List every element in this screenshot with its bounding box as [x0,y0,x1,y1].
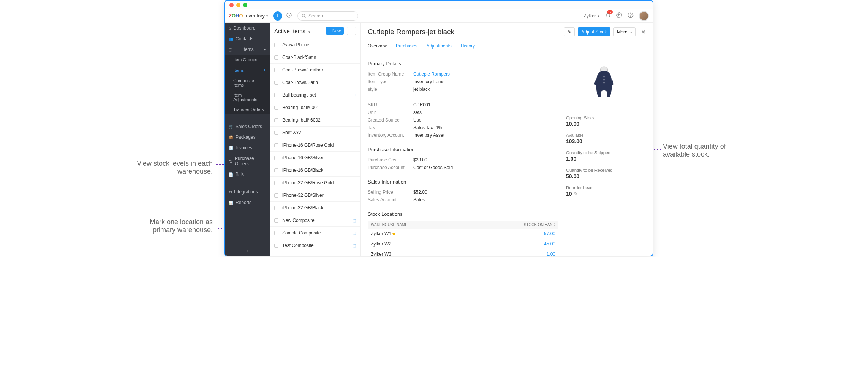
table-row[interactable]: Zylker W31.00 [368,249,558,256]
sidebar-item-purchase-orders[interactable]: 🛍Purchase Orders [225,153,270,169]
item-image[interactable] [566,59,642,108]
sidebar-item-packages[interactable]: 📦Packages [225,132,270,142]
list-item[interactable]: Avaya Phone [270,39,360,51]
checkbox[interactable] [274,156,278,160]
detail-key: style [368,87,413,92]
list-item[interactable]: Coat-Brown/Leather [270,64,360,76]
add-button[interactable]: + [273,11,282,21]
avatar[interactable] [639,11,649,21]
detail-value: Cost of Goods Sold [413,165,453,170]
sidebar-item-items[interactable]: ▢Items▾ [225,44,270,55]
logo[interactable]: ZOHO Inventory ▾ [229,13,269,19]
tab-overview[interactable]: Overview [368,41,387,52]
list-title[interactable]: Active Items ▾ [274,28,310,34]
sidebar-item-bills[interactable]: 📄Bills [225,169,270,180]
window-minimize-icon[interactable] [236,3,240,7]
search-input[interactable]: Search [297,11,358,21]
list-item[interactable]: New Composite⬚ [270,214,360,227]
help-icon[interactable] [628,12,634,19]
sidebar-item-composite-items[interactable]: Composite Items [225,76,270,90]
list-item[interactable]: iPhone-32 GB/Black [270,202,360,214]
checkbox[interactable] [274,218,278,223]
list-item[interactable]: iPhone-16 GB/Black [270,164,360,177]
sidebar-item-sales-orders[interactable]: 🛒Sales Orders [225,121,270,132]
list-options-icon[interactable]: ≡ [347,27,356,35]
checkbox[interactable] [274,131,278,135]
list-item[interactable]: Test Composite⬚ [270,239,360,252]
history-icon[interactable] [286,12,292,19]
list-item[interactable]: Coat-Brown/Satin [270,76,360,89]
sidebar-item-contacts[interactable]: 👥Contacts [225,33,270,44]
list-item[interactable]: Ball bearings set⬚ [270,89,360,101]
checkbox[interactable] [274,143,278,147]
checkbox[interactable] [274,181,278,185]
list-item[interactable]: iPhone-16 GB/Silver [270,152,360,164]
sidebar-item-label: Contacts [236,36,253,41]
new-item-button[interactable]: + New [326,27,344,35]
checkbox[interactable] [274,244,278,248]
list-item[interactable]: iPhone-16 GB/Rose Gold [270,139,360,152]
stat-reorder-level: Reorder Level10 ✎ [566,185,646,197]
list-item[interactable]: Bearing- ball/ 6002 [270,114,360,127]
list-item[interactable]: Sample Composite⬚ [270,227,360,239]
list-item[interactable]: Shirt XYZ [270,127,360,139]
checkbox[interactable] [274,118,278,122]
checkbox[interactable] [274,106,278,110]
close-icon[interactable]: ✕ [641,28,646,36]
gear-icon[interactable] [616,12,622,19]
list-item[interactable]: Phone kit⬚ [270,252,360,256]
chevron-down-icon: ▾ [264,47,266,51]
nav-icon: 👥 [229,37,233,41]
nav-icon: 📊 [229,201,233,205]
list-item[interactable]: iPhone-32 GB/Rose Gold [270,177,360,189]
sidebar-collapse-icon[interactable]: ‹ [225,248,270,253]
sidebar-item-item-groups[interactable]: Item Groups [225,55,270,65]
checkbox[interactable] [274,68,278,72]
checkbox[interactable] [274,231,278,235]
edit-icon[interactable]: ✎ [572,191,578,197]
tab-purchases[interactable]: Purchases [396,41,417,52]
checkbox[interactable] [274,168,278,172]
nav-icon: 📄 [229,172,233,177]
more-button[interactable]: More ▾ [613,27,636,36]
annotation-primary-warehouse: Mark one location as primary warehouse. [137,218,213,234]
table-row[interactable]: Zylker W1★57.00 [368,229,558,239]
edit-button[interactable]: ✎ [564,27,575,36]
checkbox[interactable] [274,93,278,97]
add-icon[interactable]: + [263,67,266,73]
composite-icon: ⬚ [352,93,356,98]
sidebar-item-integrations[interactable]: ⟲Integrations [225,187,270,197]
list-item[interactable]: Coat-Black/Satin [270,51,360,64]
list-item[interactable]: Bearing- ball/6001 [270,101,360,114]
window-close-icon[interactable] [229,3,234,7]
adjust-stock-button[interactable]: Adjust Stock [578,27,611,36]
checkbox[interactable] [274,193,278,198]
detail-key: Created Source [368,117,413,123]
nav-icon: 🧾 [229,146,233,150]
item-list[interactable]: Avaya PhoneCoat-Black/SatinCoat-Brown/Le… [270,39,360,256]
checkbox[interactable] [274,206,278,210]
sidebar-item-dashboard[interactable]: ⌂Dashboard [225,23,270,33]
stat-value: 10.00 [566,121,646,127]
checkbox[interactable] [274,81,278,85]
sidebar-item-transfer-orders[interactable]: Transfer Orders [225,104,270,114]
tab-history[interactable]: History [461,41,475,52]
window-maximize-icon[interactable] [243,3,247,7]
item-name: New Composite [282,218,315,223]
detail-value[interactable]: Cutiepie Rompers [413,71,450,77]
list-item[interactable]: iPhone-32 GB/Silver [270,189,360,202]
notifications-icon[interactable]: 17 [605,12,611,19]
sidebar-item-reports[interactable]: 📊Reports [225,197,270,208]
org-switcher[interactable]: Zylker▾ [583,13,599,19]
sidebar-item-item-adjustments[interactable]: Item Adjustments [225,90,270,104]
app-window: ZOHO Inventory ▾ + Search Zylker▾ 17 [224,0,653,256]
item-name: Bearing- ball/6001 [282,105,319,110]
checkbox[interactable] [274,43,278,47]
sidebar-item-invoices[interactable]: 🧾Invoices [225,142,270,153]
table-row[interactable]: Zylker W245.00 [368,239,558,249]
checkbox[interactable] [274,55,278,60]
tab-adjustments[interactable]: Adjustments [427,41,452,52]
stock-qty: 57.00 [544,231,555,236]
sidebar-item-label: Reports [236,200,251,205]
sidebar-item-items[interactable]: Items+ [225,65,270,76]
